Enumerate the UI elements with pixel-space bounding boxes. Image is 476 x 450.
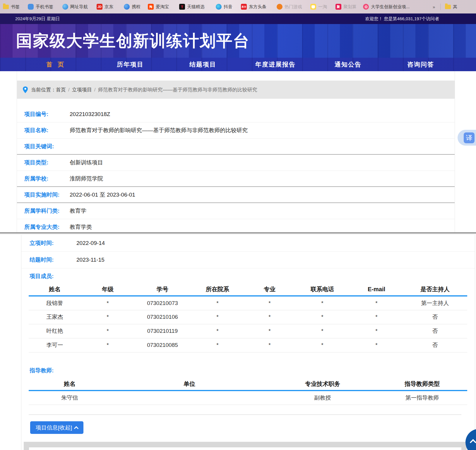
nav-home[interactable]: 首页 — [16, 58, 94, 71]
chevron-up-icon — [74, 426, 79, 431]
top-info-bar: 2024年9月29日 星期日 欢迎您！ 您是第466,031,197个访问者 — [0, 13, 476, 24]
douyin-icon — [216, 4, 222, 10]
nav-qa[interactable]: 咨询问答 — [384, 58, 457, 71]
members-table: 姓名 年级 学号 所在院系 专业 联系电话 E-mail 是否主持人 段锦誉*0… — [29, 283, 467, 352]
site-banner: 国家级大学生创新训练计划平台 — [0, 24, 476, 58]
advisors-header-row: 姓名 单位 专业技术职务 指导教师类型 — [29, 378, 467, 391]
site-title: 国家级大学生创新训练计划平台 — [16, 30, 250, 52]
location-pin-icon — [23, 86, 28, 93]
upper-content: 当前位置：首页/立项项目/师范教育对于教师的影响研究——基于师范教师与非师范教师… — [0, 71, 476, 232]
screenshot-seam — [0, 232, 476, 235]
bookmark-etao[interactable]: 一淘 — [310, 0, 327, 13]
member-row: 段锦誉*0730210073****第一主持人 — [29, 296, 467, 310]
bookmarks-bar: 书签 手机书签 网址导航 JD京东 携程 淘爱淘宝 T天猫精选 抖音 东方东方头… — [0, 0, 476, 13]
bookmarks-overflow-chevron[interactable]: » — [433, 0, 435, 13]
nav-announcements[interactable]: 通知公告 — [312, 58, 384, 71]
visitor-counter: 欢迎您！ 您是第466,031,197个访问者 — [365, 13, 439, 24]
field-discipline: 所属学科门类:教育学 — [17, 203, 455, 219]
members-section-label: 项目成员: — [30, 272, 54, 280]
nav-completed-projects[interactable]: 结题项目 — [167, 58, 239, 71]
field-completion-date: 结题时间:2023-11-15 — [21, 252, 475, 268]
collapse-project-info-button[interactable]: 项目信息[收起] — [30, 421, 83, 434]
bookmark-other-folder[interactable]: 其 — [445, 0, 457, 13]
next-section-panel — [24, 442, 467, 450]
folder-yellow-icon — [3, 5, 9, 9]
field-school: 所属学校:淮阴师范学院 — [17, 171, 455, 187]
bookmark-mobile[interactable]: 手机书签 — [28, 0, 53, 13]
breadcrumb-current: 师范教育对于教师的影响研究——基于师范教师与非师范教师的比较研究 — [98, 87, 257, 93]
chevron-up-icon — [470, 439, 476, 446]
ju-icon: 聚 — [335, 4, 341, 10]
bookmark-nav[interactable]: 网址导航 — [62, 0, 88, 13]
bookmark-juhuasuan[interactable]: 聚聚划算 — [335, 0, 357, 13]
breadcrumb: 当前位置：首页/立项项目/师范教育对于教师的影响研究——基于师范教师与非师范教师… — [17, 81, 455, 99]
uni-pink-icon — [363, 4, 369, 10]
phone-blue-icon — [28, 4, 34, 10]
current-date: 2024年9月29日 星期日 — [15, 13, 60, 24]
bookmark-toutiao[interactable]: 东方东方头条 — [241, 0, 266, 13]
member-row: 李可一*0730210085****否 — [29, 338, 467, 352]
field-approval-date: 立项时间:2022-09-14 — [21, 235, 475, 252]
bookmark-tmall[interactable]: T天猫精选 — [179, 0, 205, 13]
section-divider — [29, 415, 461, 415]
breadcrumb-home[interactable]: 首页 — [56, 87, 66, 93]
folder-yellow-icon — [445, 5, 451, 9]
main-nav: 首页 历年项目 结题项目 年度进展报告 通知公告 咨询问答 — [0, 58, 476, 71]
bookmarks-separator — [440, 4, 441, 10]
member-row: 王家杰*0730210106****否 — [29, 310, 467, 324]
members-header-row: 姓名 年级 学号 所在院系 专业 联系电话 E-mail 是否主持人 — [29, 283, 467, 296]
bookmark-games[interactable]: 热门游戏 — [277, 0, 302, 13]
bookmark-ctrip[interactable]: 携程 — [124, 0, 141, 13]
cat-yellow-icon — [310, 4, 316, 10]
breadcrumb-prefix: 当前位置： — [31, 87, 56, 93]
advisors-table: 姓名 单位 专业技术职务 指导教师类型 朱守信副教授第一指导教师 — [29, 378, 467, 405]
field-project-type: 项目类型:创新训练项目 — [17, 155, 455, 171]
taobao-icon: 淘 — [148, 4, 154, 10]
lower-content: 立项时间:2022-09-14 结题时间:2023-11-15 项目成员: 姓名… — [0, 235, 476, 450]
jd-icon: JD — [97, 4, 102, 10]
field-project-name: 项目名称:师范教育对于教师的影响研究——基于师范教师与非师范教师的比较研究 — [17, 122, 455, 139]
bookmark-jd[interactable]: JD京东 — [97, 0, 113, 13]
bookmark-shuqian[interactable]: 书签 — [3, 0, 20, 13]
breadcrumb-category[interactable]: 立项项目 — [72, 87, 92, 93]
globe-blue-icon — [62, 4, 68, 10]
nav-past-projects[interactable]: 历年项目 — [94, 58, 167, 71]
nav-annual-reports[interactable]: 年度进展报告 — [239, 58, 312, 71]
tmall-icon: T — [179, 4, 185, 10]
ctrip-icon — [124, 4, 130, 10]
project-fields-upper: 项目编号:202210323018Z 项目名称:师范教育对于教师的影响研究——基… — [17, 99, 455, 235]
bookmark-chuangxin[interactable]: 大学生创新创业项... — [363, 0, 410, 13]
field-project-keywords: 项目关键词: — [17, 139, 455, 155]
toutiao-icon: 东方 — [241, 4, 247, 10]
advisor-row: 朱守信副教授第一指导教师 — [29, 391, 467, 405]
field-project-number: 项目编号:202210323018Z — [17, 106, 455, 122]
bookmark-taobao[interactable]: 淘爱淘宝 — [148, 0, 169, 13]
field-duration: 项目实施时间:2022-06-01 至 2023-06-01 — [17, 187, 455, 203]
game-orange-icon — [277, 4, 282, 10]
translate-widget[interactable]: 译 — [458, 130, 476, 146]
advisors-section-label: 指导教师: — [30, 367, 54, 374]
member-row: 叶红艳*0730210119****否 — [29, 324, 467, 338]
translate-icon[interactable]: 译 — [464, 132, 475, 143]
bookmark-douyin[interactable]: 抖音 — [216, 0, 232, 13]
